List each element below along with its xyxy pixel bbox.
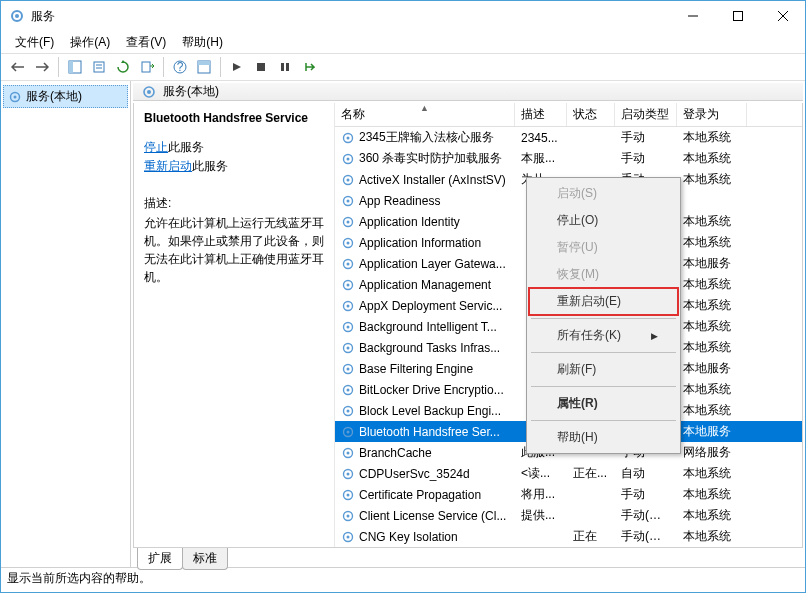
svg-point-28 [347,178,350,181]
svg-rect-7 [69,61,73,73]
cell-name: Application Layer Gatewa... [335,257,515,271]
cell-status: 正在... [567,465,615,482]
cell-name: Client License Service (Cl... [335,509,515,523]
detail-desc-label: 描述: [144,195,324,212]
pane-header: 服务(本地) [133,83,803,101]
detail-desc: 允许在此计算机上运行无线蓝牙耳机。如果停止或禁用了此设备，则无法在此计算机上正确… [144,214,324,286]
app-icon [9,8,25,24]
svg-point-22 [147,90,151,94]
cell-login: 本地系统 [677,150,747,167]
cell-name: 360 杀毒实时防护加载服务 [335,150,515,167]
cell-name: AppX Deployment Servic... [335,299,515,313]
col-header-startup[interactable]: 启动类型 [615,103,677,126]
restart-service-button[interactable] [298,56,320,78]
ctx-all-tasks[interactable]: 所有任务(K)▶ [529,322,678,349]
svg-rect-11 [142,62,150,72]
stop-service-button[interactable] [250,56,272,78]
refresh-button[interactable] [112,56,134,78]
cell-login: 本地服务 [677,360,747,377]
ctx-stop[interactable]: 停止(O) [529,207,678,234]
menu-view[interactable]: 查看(V) [118,32,174,53]
minimize-button[interactable] [670,1,715,31]
export-button[interactable] [136,56,158,78]
tab-extended[interactable]: 扩展 [137,548,183,570]
ctx-start: 启动(S) [529,180,678,207]
svg-text:?: ? [177,60,184,74]
menu-file[interactable]: 文件(F) [7,32,62,53]
svg-rect-3 [733,12,742,21]
cell-name: Application Management [335,278,515,292]
svg-point-20 [14,95,17,98]
show-hide-tree-button[interactable] [64,56,86,78]
svg-point-58 [347,493,350,496]
cell-name: App Readiness [335,194,515,208]
stop-suffix: 此服务 [168,140,204,154]
cell-name: BitLocker Drive Encryptio... [335,383,515,397]
ctx-help[interactable]: 帮助(H) [529,424,678,451]
cell-login: 本地系统 [677,486,747,503]
service-row[interactable]: Client License Service (Cl...提供...手动(触发.… [335,505,802,526]
svg-rect-16 [257,63,265,71]
start-service-button[interactable] [226,56,248,78]
ctx-resume: 恢复(M) [529,261,678,288]
cell-name: CNG Key Isolation [335,530,515,544]
tree-pane: 服务(本地) [1,81,131,567]
tree-item-services-local[interactable]: 服务(本地) [3,85,128,108]
cell-login: 本地系统 [677,276,747,293]
svg-point-56 [347,472,350,475]
svg-rect-15 [198,61,210,65]
cell-login: 本地系统 [677,129,747,146]
col-header-login[interactable]: 登录为 [677,103,747,126]
svg-point-46 [347,367,350,370]
menu-action[interactable]: 操作(A) [62,32,118,53]
close-button[interactable] [760,1,805,31]
svg-point-24 [347,136,350,139]
show-detail-button[interactable] [193,56,215,78]
context-menu: 启动(S) 停止(O) 暂停(U) 恢复(M) 重新启动(E) 所有任务(K)▶… [526,177,681,454]
menu-help[interactable]: 帮助(H) [174,32,231,53]
svg-point-50 [347,409,350,412]
detail-pane: Bluetooth Handsfree Service 停止此服务 重新启动此服… [134,103,334,547]
ctx-restart[interactable]: 重新启动(E) [529,288,678,315]
tab-standard[interactable]: 标准 [182,548,228,570]
properties-button[interactable] [88,56,110,78]
chevron-right-icon: ▶ [651,331,658,341]
ctx-properties[interactable]: 属性(R) [529,390,678,417]
restart-link[interactable]: 重新启动 [144,159,192,173]
svg-point-54 [347,451,350,454]
service-row[interactable]: Certificate Propagation将用...手动本地系统 [335,484,802,505]
help-button[interactable]: ? [169,56,191,78]
cell-startup: 手动(触发... [615,507,677,524]
window-title: 服务 [31,8,670,25]
service-row[interactable]: CNG Key Isolation正在手动(触发本地系统 [335,526,802,547]
maximize-button[interactable] [715,1,760,31]
menubar: 文件(F) 操作(A) 查看(V) 帮助(H) [1,31,805,53]
cell-login: 本地系统 [677,528,747,545]
service-row[interactable]: 360 杀毒实时防护加载服务本服...手动本地系统 [335,148,802,169]
cell-login: 本地系统 [677,213,747,230]
detail-service-name: Bluetooth Handsfree Service [144,111,324,125]
svg-point-44 [347,346,350,349]
cell-desc: 本服... [515,150,567,167]
back-button[interactable] [7,56,29,78]
col-header-name[interactable]: 名称▲ [335,103,515,126]
svg-point-62 [347,535,350,538]
cell-login: 本地系统 [677,234,747,251]
col-header-desc[interactable]: 描述 [515,103,567,126]
stop-link[interactable]: 停止 [144,140,168,154]
cell-startup: 手动(触发 [615,528,677,545]
forward-button[interactable] [31,56,53,78]
svg-point-36 [347,262,350,265]
cell-login: 本地系统 [677,465,747,482]
svg-rect-17 [281,63,284,71]
statusbar: 显示当前所选内容的帮助。 [1,567,805,589]
col-header-status[interactable]: 状态 [567,103,615,126]
svg-point-60 [347,514,350,517]
service-row[interactable]: CDPUserSvc_3524d<读...正在...自动本地系统 [335,463,802,484]
svg-point-52 [347,430,350,433]
cell-name: Certificate Propagation [335,488,515,502]
pause-service-button[interactable] [274,56,296,78]
ctx-refresh[interactable]: 刷新(F) [529,356,678,383]
service-row[interactable]: 2345王牌输入法核心服务2345...手动本地系统 [335,127,802,148]
cell-login: 本地系统 [677,507,747,524]
